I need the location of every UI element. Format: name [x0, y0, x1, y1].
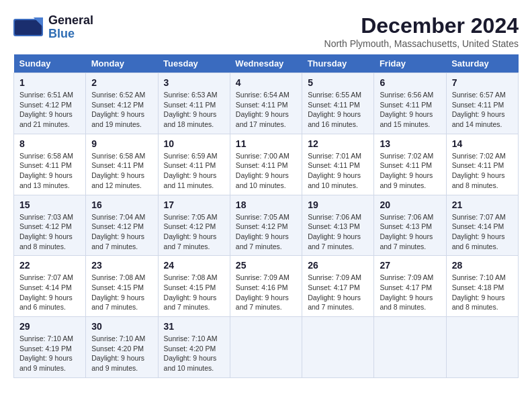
- day-info: Sunrise: 7:03 AM Sunset: 4:12 PM Dayligh…: [19, 212, 80, 252]
- weekday-header-saturday: Saturday: [446, 54, 518, 73]
- day-number: 14: [452, 138, 513, 149]
- calendar-cell: 26Sunrise: 7:09 AM Sunset: 4:17 PM Dayli…: [302, 256, 374, 317]
- day-info: Sunrise: 6:57 AM Sunset: 4:11 PM Dayligh…: [452, 90, 513, 130]
- day-info: Sunrise: 7:10 AM Sunset: 4:18 PM Dayligh…: [452, 273, 513, 312]
- day-number: 7: [452, 77, 513, 88]
- day-number: 2: [91, 77, 152, 88]
- calendar-cell: 18Sunrise: 7:05 AM Sunset: 4:12 PM Dayli…: [230, 195, 302, 256]
- calendar-cell: 14Sunrise: 7:02 AM Sunset: 4:11 PM Dayli…: [446, 134, 518, 195]
- day-number: 1: [19, 77, 80, 88]
- calendar-cell: [302, 317, 374, 378]
- day-info: Sunrise: 7:07 AM Sunset: 4:14 PM Dayligh…: [452, 212, 513, 252]
- day-number: 10: [164, 138, 224, 149]
- day-number: 17: [164, 199, 224, 210]
- calendar-week-row: 29Sunrise: 7:10 AM Sunset: 4:19 PM Dayli…: [14, 317, 519, 378]
- calendar-cell: 4Sunrise: 6:54 AM Sunset: 4:11 PM Daylig…: [230, 73, 302, 134]
- day-number: 12: [308, 138, 368, 149]
- calendar-body: 1Sunrise: 6:51 AM Sunset: 4:12 PM Daylig…: [14, 73, 519, 378]
- calendar-cell: [374, 317, 446, 378]
- day-info: Sunrise: 6:51 AM Sunset: 4:12 PM Dayligh…: [19, 90, 80, 130]
- day-info: Sunrise: 7:00 AM Sunset: 4:11 PM Dayligh…: [236, 151, 296, 191]
- day-number: 4: [236, 77, 296, 88]
- calendar-cell: [230, 317, 302, 378]
- weekday-header-friday: Friday: [374, 54, 446, 73]
- day-info: Sunrise: 7:08 AM Sunset: 4:15 PM Dayligh…: [164, 273, 224, 312]
- day-number: 29: [19, 321, 80, 332]
- day-info: Sunrise: 7:01 AM Sunset: 4:11 PM Dayligh…: [308, 151, 368, 191]
- day-info: Sunrise: 7:09 AM Sunset: 4:17 PM Dayligh…: [308, 273, 368, 312]
- calendar-cell: 16Sunrise: 7:04 AM Sunset: 4:12 PM Dayli…: [86, 195, 158, 256]
- calendar-cell: 28Sunrise: 7:10 AM Sunset: 4:18 PM Dayli…: [446, 256, 518, 317]
- day-info: Sunrise: 7:06 AM Sunset: 4:13 PM Dayligh…: [380, 212, 440, 252]
- main-title: December 2024: [324, 13, 519, 38]
- calendar-cell: 9Sunrise: 6:58 AM Sunset: 4:11 PM Daylig…: [86, 134, 158, 195]
- calendar-cell: 22Sunrise: 7:07 AM Sunset: 4:14 PM Dayli…: [14, 256, 86, 317]
- calendar-cell: 20Sunrise: 7:06 AM Sunset: 4:13 PM Dayli…: [374, 195, 446, 256]
- day-number: 3: [164, 77, 224, 88]
- day-info: Sunrise: 7:10 AM Sunset: 4:19 PM Dayligh…: [19, 334, 80, 373]
- day-number: 8: [19, 138, 80, 149]
- calendar-cell: 30Sunrise: 7:10 AM Sunset: 4:20 PM Dayli…: [86, 317, 158, 378]
- day-info: Sunrise: 6:59 AM Sunset: 4:11 PM Dayligh…: [164, 151, 224, 191]
- day-number: 22: [19, 260, 80, 271]
- calendar-cell: 13Sunrise: 7:02 AM Sunset: 4:11 PM Dayli…: [374, 134, 446, 195]
- day-info: Sunrise: 7:09 AM Sunset: 4:16 PM Dayligh…: [236, 273, 296, 312]
- calendar-week-row: 15Sunrise: 7:03 AM Sunset: 4:12 PM Dayli…: [14, 195, 519, 256]
- weekday-header-tuesday: Tuesday: [158, 54, 230, 73]
- calendar-cell: 15Sunrise: 7:03 AM Sunset: 4:12 PM Dayli…: [14, 195, 86, 256]
- calendar-cell: [446, 317, 518, 378]
- subtitle: North Plymouth, Massachusetts, United St…: [324, 38, 519, 49]
- day-info: Sunrise: 7:04 AM Sunset: 4:12 PM Dayligh…: [91, 212, 152, 252]
- calendar-week-row: 8Sunrise: 6:58 AM Sunset: 4:11 PM Daylig…: [14, 134, 519, 195]
- day-number: 9: [91, 138, 152, 149]
- calendar-week-row: 22Sunrise: 7:07 AM Sunset: 4:14 PM Dayli…: [14, 256, 519, 317]
- calendar-cell: 12Sunrise: 7:01 AM Sunset: 4:11 PM Dayli…: [302, 134, 374, 195]
- calendar-cell: 5Sunrise: 6:55 AM Sunset: 4:11 PM Daylig…: [302, 73, 374, 134]
- day-info: Sunrise: 6:53 AM Sunset: 4:11 PM Dayligh…: [164, 90, 224, 130]
- day-number: 21: [452, 199, 513, 210]
- weekday-header-monday: Monday: [86, 54, 158, 73]
- calendar-cell: 7Sunrise: 6:57 AM Sunset: 4:11 PM Daylig…: [446, 73, 518, 134]
- calendar-cell: 11Sunrise: 7:00 AM Sunset: 4:11 PM Dayli…: [230, 134, 302, 195]
- day-number: 25: [236, 260, 296, 271]
- day-info: Sunrise: 7:07 AM Sunset: 4:14 PM Dayligh…: [19, 273, 80, 312]
- day-info: Sunrise: 7:10 AM Sunset: 4:20 PM Dayligh…: [91, 334, 152, 373]
- calendar-cell: 25Sunrise: 7:09 AM Sunset: 4:16 PM Dayli…: [230, 256, 302, 317]
- calendar-cell: 3Sunrise: 6:53 AM Sunset: 4:11 PM Daylig…: [158, 73, 230, 134]
- day-info: Sunrise: 7:05 AM Sunset: 4:12 PM Dayligh…: [236, 212, 296, 252]
- page-header: General Blue December 2024 North Plymout…: [13, 13, 519, 49]
- weekday-header-thursday: Thursday: [302, 54, 374, 73]
- day-number: 16: [91, 199, 152, 210]
- calendar-cell: 21Sunrise: 7:07 AM Sunset: 4:14 PM Dayli…: [446, 195, 518, 256]
- day-number: 27: [380, 260, 440, 271]
- day-number: 15: [19, 199, 80, 210]
- logo: General Blue: [13, 13, 93, 42]
- logo-text: General Blue: [48, 14, 93, 41]
- logo-icon: [13, 13, 46, 42]
- day-number: 31: [164, 321, 224, 332]
- svg-rect-1: [15, 20, 42, 35]
- day-number: 28: [452, 260, 513, 271]
- day-info: Sunrise: 6:55 AM Sunset: 4:11 PM Dayligh…: [308, 90, 368, 130]
- day-number: 30: [91, 321, 152, 332]
- weekday-row: SundayMondayTuesdayWednesdayThursdayFrid…: [14, 54, 519, 73]
- logo-general-text: General: [48, 14, 93, 28]
- calendar-cell: 10Sunrise: 6:59 AM Sunset: 4:11 PM Dayli…: [158, 134, 230, 195]
- calendar-cell: 31Sunrise: 7:10 AM Sunset: 4:20 PM Dayli…: [158, 317, 230, 378]
- day-info: Sunrise: 7:08 AM Sunset: 4:15 PM Dayligh…: [91, 273, 152, 312]
- day-info: Sunrise: 6:54 AM Sunset: 4:11 PM Dayligh…: [236, 90, 296, 130]
- calendar-table: SundayMondayTuesdayWednesdayThursdayFrid…: [13, 54, 519, 378]
- calendar-cell: 6Sunrise: 6:56 AM Sunset: 4:11 PM Daylig…: [374, 73, 446, 134]
- calendar-cell: 8Sunrise: 6:58 AM Sunset: 4:11 PM Daylig…: [14, 134, 86, 195]
- calendar-cell: 1Sunrise: 6:51 AM Sunset: 4:12 PM Daylig…: [14, 73, 86, 134]
- day-info: Sunrise: 6:58 AM Sunset: 4:11 PM Dayligh…: [19, 151, 80, 191]
- day-number: 5: [308, 77, 368, 88]
- day-number: 19: [308, 199, 368, 210]
- day-number: 23: [91, 260, 152, 271]
- calendar-week-row: 1Sunrise: 6:51 AM Sunset: 4:12 PM Daylig…: [14, 73, 519, 134]
- calendar-cell: 17Sunrise: 7:05 AM Sunset: 4:12 PM Dayli…: [158, 195, 230, 256]
- calendar-header: SundayMondayTuesdayWednesdayThursdayFrid…: [14, 54, 519, 73]
- calendar-cell: 27Sunrise: 7:09 AM Sunset: 4:17 PM Dayli…: [374, 256, 446, 317]
- weekday-header-wednesday: Wednesday: [230, 54, 302, 73]
- calendar-cell: 24Sunrise: 7:08 AM Sunset: 4:15 PM Dayli…: [158, 256, 230, 317]
